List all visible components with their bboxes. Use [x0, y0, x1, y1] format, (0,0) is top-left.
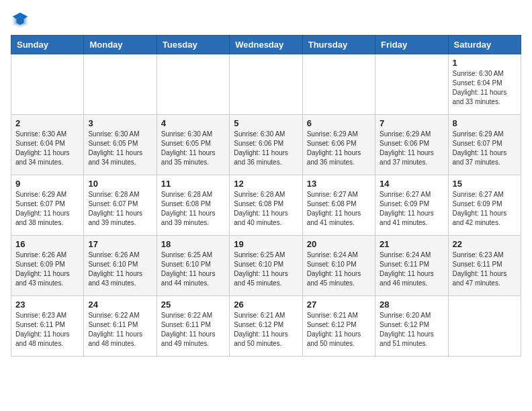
calendar-cell: 27Sunrise: 6:21 AM Sunset: 6:12 PM Dayli… [302, 296, 375, 357]
day-of-week-header: Wednesday [230, 36, 302, 54]
day-info: Sunrise: 6:30 AM Sunset: 6:05 PM Dayligh… [88, 130, 152, 167]
calendar-cell: 28Sunrise: 6:20 AM Sunset: 6:12 PM Dayli… [375, 296, 448, 357]
day-info: Sunrise: 6:24 AM Sunset: 6:10 PM Dayligh… [307, 250, 371, 288]
calendar-week-row: 2Sunrise: 6:30 AM Sunset: 6:04 PM Daylig… [11, 115, 521, 175]
day-info: Sunrise: 6:21 AM Sunset: 6:12 PM Dayligh… [234, 311, 298, 349]
calendar-header-row: SundayMondayTuesdayWednesdayThursdayFrid… [11, 36, 521, 54]
calendar-cell: 17Sunrise: 6:26 AM Sunset: 6:10 PM Dayli… [84, 236, 157, 296]
day-number: 3 [88, 118, 152, 128]
day-info: Sunrise: 6:29 AM Sunset: 6:06 PM Dayligh… [307, 130, 371, 167]
calendar-cell: 18Sunrise: 6:25 AM Sunset: 6:10 PM Dayli… [157, 236, 229, 296]
calendar-cell: 20Sunrise: 6:24 AM Sunset: 6:10 PM Dayli… [302, 236, 375, 296]
day-info: Sunrise: 6:27 AM Sunset: 6:08 PM Dayligh… [307, 190, 371, 228]
day-number: 26 [234, 300, 298, 310]
calendar-cell: 14Sunrise: 6:27 AM Sunset: 6:09 PM Dayli… [375, 175, 448, 236]
day-number: 12 [234, 179, 298, 189]
day-number: 7 [380, 118, 443, 128]
day-number: 27 [307, 300, 371, 310]
day-number: 16 [15, 239, 79, 249]
calendar-cell: 4Sunrise: 6:30 AM Sunset: 6:05 PM Daylig… [157, 115, 229, 175]
day-number: 17 [88, 239, 152, 249]
day-number: 19 [234, 239, 298, 249]
day-info: Sunrise: 6:25 AM Sunset: 6:10 PM Dayligh… [234, 250, 298, 288]
calendar-cell: 24Sunrise: 6:22 AM Sunset: 6:11 PM Dayli… [84, 296, 157, 357]
day-number: 5 [234, 118, 298, 128]
day-info: Sunrise: 6:29 AM Sunset: 6:06 PM Dayligh… [380, 130, 443, 167]
day-info: Sunrise: 6:28 AM Sunset: 6:07 PM Dayligh… [88, 190, 152, 228]
calendar-cell: 22Sunrise: 6:23 AM Sunset: 6:11 PM Dayli… [448, 236, 521, 296]
day-of-week-header: Saturday [448, 36, 521, 54]
calendar-cell: 16Sunrise: 6:26 AM Sunset: 6:09 PM Dayli… [11, 236, 84, 296]
day-info: Sunrise: 6:20 AM Sunset: 6:12 PM Dayligh… [380, 311, 443, 349]
day-info: Sunrise: 6:25 AM Sunset: 6:10 PM Dayligh… [161, 250, 225, 288]
day-info: Sunrise: 6:24 AM Sunset: 6:11 PM Dayligh… [380, 250, 443, 288]
calendar-cell: 12Sunrise: 6:28 AM Sunset: 6:08 PM Dayli… [230, 175, 302, 236]
calendar-cell: 21Sunrise: 6:24 AM Sunset: 6:11 PM Dayli… [375, 236, 448, 296]
calendar-cell: 15Sunrise: 6:27 AM Sunset: 6:09 PM Dayli… [448, 175, 521, 236]
day-info: Sunrise: 6:22 AM Sunset: 6:11 PM Dayligh… [88, 311, 152, 349]
logo-icon [11, 11, 30, 30]
calendar-cell [302, 54, 375, 115]
day-info: Sunrise: 6:30 AM Sunset: 6:04 PM Dayligh… [15, 130, 79, 167]
day-number: 8 [453, 118, 517, 128]
day-info: Sunrise: 6:23 AM Sunset: 6:11 PM Dayligh… [453, 250, 517, 288]
day-info: Sunrise: 6:29 AM Sunset: 6:07 PM Dayligh… [15, 190, 79, 228]
calendar-cell: 2Sunrise: 6:30 AM Sunset: 6:04 PM Daylig… [11, 115, 84, 175]
day-number: 28 [380, 300, 443, 310]
logo [11, 11, 32, 30]
calendar-cell [11, 54, 84, 115]
calendar-cell [157, 54, 229, 115]
day-of-week-header: Tuesday [157, 36, 229, 54]
day-number: 2 [15, 118, 79, 128]
calendar-week-row: 1Sunrise: 6:30 AM Sunset: 6:04 PM Daylig… [11, 54, 521, 115]
day-number: 24 [88, 300, 152, 310]
day-of-week-header: Friday [375, 36, 448, 54]
calendar-week-row: 9Sunrise: 6:29 AM Sunset: 6:07 PM Daylig… [11, 175, 521, 236]
day-number: 10 [88, 179, 152, 189]
day-info: Sunrise: 6:30 AM Sunset: 6:05 PM Dayligh… [161, 130, 225, 167]
calendar-cell [84, 54, 157, 115]
day-number: 15 [453, 179, 517, 189]
day-info: Sunrise: 6:23 AM Sunset: 6:11 PM Dayligh… [15, 311, 79, 349]
calendar-cell: 3Sunrise: 6:30 AM Sunset: 6:05 PM Daylig… [84, 115, 157, 175]
day-number: 21 [380, 239, 443, 249]
day-number: 6 [307, 118, 371, 128]
day-number: 13 [307, 179, 371, 189]
calendar-cell: 13Sunrise: 6:27 AM Sunset: 6:08 PM Dayli… [302, 175, 375, 236]
calendar-cell: 1Sunrise: 6:30 AM Sunset: 6:04 PM Daylig… [448, 54, 521, 115]
day-info: Sunrise: 6:28 AM Sunset: 6:08 PM Dayligh… [234, 190, 298, 228]
day-number: 4 [161, 118, 225, 128]
calendar-cell: 8Sunrise: 6:29 AM Sunset: 6:07 PM Daylig… [448, 115, 521, 175]
calendar-table: SundayMondayTuesdayWednesdayThursdayFrid… [11, 35, 521, 357]
calendar-cell: 11Sunrise: 6:28 AM Sunset: 6:08 PM Dayli… [157, 175, 229, 236]
calendar-cell [230, 54, 302, 115]
day-info: Sunrise: 6:27 AM Sunset: 6:09 PM Dayligh… [380, 190, 443, 228]
calendar-cell: 6Sunrise: 6:29 AM Sunset: 6:06 PM Daylig… [302, 115, 375, 175]
calendar-cell: 26Sunrise: 6:21 AM Sunset: 6:12 PM Dayli… [230, 296, 302, 357]
day-info: Sunrise: 6:27 AM Sunset: 6:09 PM Dayligh… [453, 190, 517, 228]
day-of-week-header: Monday [84, 36, 157, 54]
day-number: 9 [15, 179, 79, 189]
calendar-cell: 9Sunrise: 6:29 AM Sunset: 6:07 PM Daylig… [11, 175, 84, 236]
day-info: Sunrise: 6:29 AM Sunset: 6:07 PM Dayligh… [453, 130, 517, 167]
day-of-week-header: Sunday [11, 36, 84, 54]
day-info: Sunrise: 6:22 AM Sunset: 6:11 PM Dayligh… [161, 311, 225, 349]
day-info: Sunrise: 6:26 AM Sunset: 6:09 PM Dayligh… [15, 250, 79, 288]
calendar-cell: 23Sunrise: 6:23 AM Sunset: 6:11 PM Dayli… [11, 296, 84, 357]
day-of-week-header: Thursday [302, 36, 375, 54]
day-info: Sunrise: 6:21 AM Sunset: 6:12 PM Dayligh… [307, 311, 371, 349]
calendar-cell: 19Sunrise: 6:25 AM Sunset: 6:10 PM Dayli… [230, 236, 302, 296]
day-number: 25 [161, 300, 225, 310]
calendar-cell: 5Sunrise: 6:30 AM Sunset: 6:06 PM Daylig… [230, 115, 302, 175]
day-number: 14 [380, 179, 443, 189]
day-number: 18 [161, 239, 225, 249]
calendar-week-row: 23Sunrise: 6:23 AM Sunset: 6:11 PM Dayli… [11, 296, 521, 357]
day-info: Sunrise: 6:30 AM Sunset: 6:04 PM Dayligh… [453, 69, 517, 107]
calendar-week-row: 16Sunrise: 6:26 AM Sunset: 6:09 PM Dayli… [11, 236, 521, 296]
day-number: 1 [453, 58, 517, 68]
day-number: 22 [453, 239, 517, 249]
day-number: 23 [15, 300, 79, 310]
day-number: 20 [307, 239, 371, 249]
calendar-cell: 7Sunrise: 6:29 AM Sunset: 6:06 PM Daylig… [375, 115, 448, 175]
day-info: Sunrise: 6:30 AM Sunset: 6:06 PM Dayligh… [234, 130, 298, 167]
